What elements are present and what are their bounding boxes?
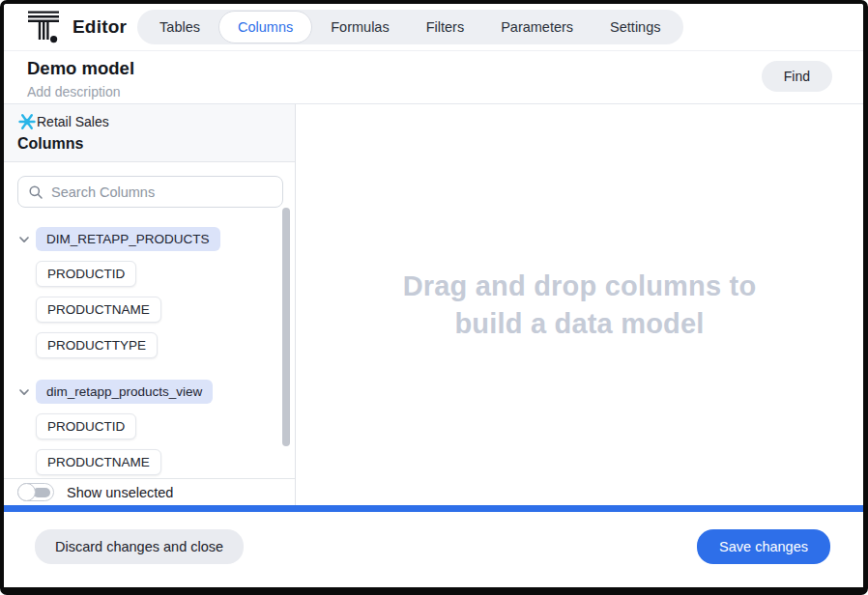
sidebar-heading: Columns bbox=[17, 135, 283, 153]
tab-formulas[interactable]: Formulas bbox=[312, 11, 407, 43]
table-pill[interactable]: DIM_RETAPP_PRODUCTS bbox=[36, 227, 220, 251]
body-area: Retail Sales Columns DIM_RETAP bbox=[4, 104, 863, 505]
table-group-header: DIM_RETAPP_PRODUCTS bbox=[17, 227, 295, 251]
add-description-placeholder[interactable]: Add description bbox=[27, 84, 134, 99]
page-title[interactable]: Demo model bbox=[27, 58, 134, 79]
show-unselected-row: Show unselected bbox=[4, 478, 295, 505]
column-pill[interactable]: PRODUCTNAME bbox=[36, 449, 161, 475]
canvas-placeholder-text: Drag and drop columns to build a data mo… bbox=[403, 268, 757, 342]
tab-parameters[interactable]: Parameters bbox=[482, 11, 592, 43]
chevron-down-icon[interactable] bbox=[17, 385, 31, 399]
search-icon bbox=[28, 184, 43, 200]
tab-filters[interactable]: Filters bbox=[408, 11, 482, 43]
table-group-header: dim_retapp_products_view bbox=[17, 380, 295, 404]
save-changes-button[interactable]: Save changes bbox=[697, 529, 830, 564]
editor-tabbar: Tables Columns Formulas Filters Paramete… bbox=[137, 10, 682, 44]
columns-sidebar: Retail Sales Columns DIM_RETAP bbox=[4, 104, 296, 505]
toggle-label: Show unselected bbox=[67, 485, 173, 500]
column-pill[interactable]: PRODUCTID bbox=[36, 261, 136, 287]
app-title: Editor bbox=[72, 16, 127, 38]
search-columns-input[interactable] bbox=[51, 184, 273, 200]
tab-settings[interactable]: Settings bbox=[592, 11, 679, 43]
footer-bar: Discard changes and close Save changes bbox=[4, 512, 863, 587]
column-pill[interactable]: PRODUCTNAME bbox=[36, 297, 161, 323]
tab-tables[interactable]: Tables bbox=[141, 11, 218, 43]
accent-divider-bar bbox=[4, 505, 863, 512]
source-header: Retail Sales Columns bbox=[4, 104, 295, 162]
editor-window: Editor Tables Columns Formulas Filters P… bbox=[0, 0, 868, 595]
column-pill[interactable]: PRODUCTID bbox=[36, 413, 136, 439]
column-pill[interactable]: PRODUCTTYPE bbox=[36, 332, 158, 358]
tab-columns[interactable]: Columns bbox=[218, 11, 312, 43]
table-group: DIM_RETAPP_PRODUCTS PRODUCTID PRODUCTNAM… bbox=[17, 227, 295, 358]
search-columns-box[interactable] bbox=[17, 176, 283, 208]
source-name: Retail Sales bbox=[37, 114, 109, 129]
model-canvas[interactable]: Drag and drop columns to build a data mo… bbox=[296, 104, 863, 505]
find-button[interactable]: Find bbox=[762, 61, 832, 92]
table-pill[interactable]: dim_retapp_products_view bbox=[36, 380, 213, 404]
scrollbar[interactable] bbox=[282, 208, 290, 446]
show-unselected-toggle[interactable] bbox=[17, 483, 54, 501]
discard-changes-button[interactable]: Discard changes and close bbox=[35, 529, 244, 564]
title-bar: Demo model Add description Find bbox=[4, 51, 863, 104]
app-logo-icon bbox=[27, 10, 60, 44]
columns-tree: DIM_RETAPP_PRODUCTS PRODUCTID PRODUCTNAM… bbox=[4, 208, 295, 478]
snowflake-icon bbox=[17, 112, 37, 131]
app-header: Editor Tables Columns Formulas Filters P… bbox=[4, 4, 863, 51]
chevron-down-icon[interactable] bbox=[17, 233, 31, 246]
table-group: dim_retapp_products_view PRODUCTID PRODU… bbox=[17, 380, 295, 475]
